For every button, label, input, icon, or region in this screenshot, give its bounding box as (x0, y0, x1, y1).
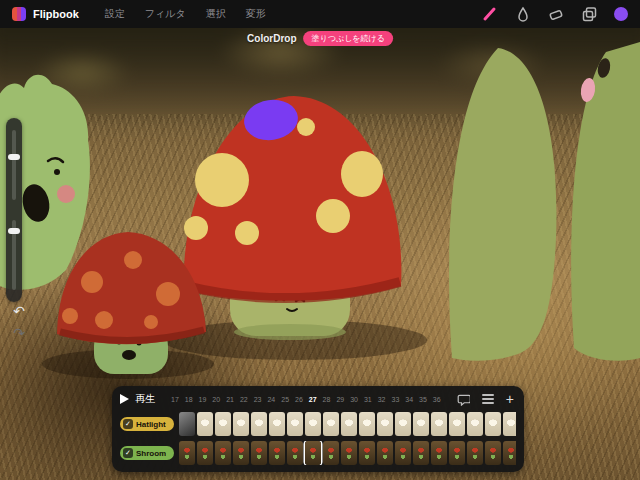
frame-number[interactable]: 34 (405, 396, 413, 403)
undo-button[interactable]: ↶ (8, 303, 30, 319)
frame-thumbnail[interactable] (413, 441, 429, 465)
app-logo[interactable] (12, 7, 26, 21)
top-toolbar: Flipbook 設定 フィルタ 選択 変形 (0, 0, 640, 28)
side-tools: ↶ ↷ (6, 118, 22, 302)
track-badge-hatlight[interactable]: ✓ Hatlight (120, 417, 174, 431)
comment-bubble-icon[interactable] (457, 393, 470, 406)
large-mushroom (184, 96, 402, 340)
frame-thumbnail[interactable] (215, 412, 231, 436)
colordrop-toast: ColorDrop 塗りつぶしを続ける (247, 31, 393, 46)
track-name: Shroom (136, 449, 166, 458)
layers-icon[interactable] (581, 6, 597, 22)
frame-thumbnail[interactable] (395, 441, 411, 465)
tool-icons (482, 6, 628, 22)
play-button[interactable]: 再生 (120, 392, 155, 406)
frame-thumbnail[interactable] (197, 412, 213, 436)
track-thumbnails-hatlight (179, 412, 516, 436)
frame-number[interactable]: 28 (323, 396, 331, 403)
track-name: Hatlight (136, 420, 166, 429)
frame-number[interactable]: 17 (171, 396, 179, 403)
frame-number[interactable]: 24 (267, 396, 275, 403)
frame-number[interactable]: 30 (350, 396, 358, 403)
frame-thumbnail[interactable] (287, 412, 303, 436)
menu-item-transform[interactable]: 変形 (246, 7, 266, 21)
add-frame-button[interactable]: + (506, 392, 514, 406)
frame-thumbnail[interactable] (269, 441, 285, 465)
smudge-icon[interactable] (515, 6, 531, 22)
frame-thumbnail[interactable] (215, 441, 231, 465)
frame-number[interactable]: 23 (254, 396, 262, 403)
track-row-hatlight: ✓ Hatlight (120, 411, 516, 437)
frame-thumbnail[interactable] (449, 412, 465, 436)
frame-number[interactable]: 29 (336, 396, 344, 403)
brush-size-slider[interactable] (6, 126, 22, 204)
frame-number[interactable]: 18 (185, 396, 193, 403)
timeline-icons: + (457, 392, 516, 406)
frame-thumbnail[interactable] (251, 412, 267, 436)
redo-button[interactable]: ↷ (8, 325, 30, 341)
slider-panel (6, 118, 22, 302)
track-checkbox[interactable]: ✓ (123, 419, 133, 429)
menu-item-filter[interactable]: フィルタ (145, 7, 186, 21)
frame-thumbnail[interactable] (503, 441, 516, 465)
play-icon (120, 394, 129, 404)
frame-number[interactable]: 32 (378, 396, 386, 403)
tracks-icon[interactable] (482, 394, 494, 404)
frame-thumbnail[interactable] (323, 412, 339, 436)
frame-thumbnail[interactable] (395, 412, 411, 436)
color-swatch[interactable] (614, 7, 628, 21)
frame-thumbnail[interactable] (377, 412, 393, 436)
frame-number[interactable]: 25 (281, 396, 289, 403)
right-figure (449, 42, 640, 361)
frame-number[interactable]: 19 (199, 396, 207, 403)
frame-thumbnail[interactable] (233, 441, 249, 465)
track-checkbox[interactable]: ✓ (123, 448, 133, 458)
frame-number[interactable]: 27 (309, 396, 317, 403)
frame-thumbnail[interactable] (467, 412, 483, 436)
eraser-icon[interactable] (548, 6, 564, 22)
frame-number[interactable]: 22 (240, 396, 248, 403)
frame-thumbnail[interactable] (305, 441, 321, 465)
track-badge-shroom[interactable]: ✓ Shroom (120, 446, 174, 460)
frame-thumbnail[interactable] (467, 441, 483, 465)
frame-number[interactable]: 36 (433, 396, 441, 403)
frame-thumbnail[interactable] (503, 412, 516, 436)
track-thumbnails-shroom (179, 441, 516, 465)
frame-number[interactable]: 26 (295, 396, 303, 403)
frame-thumbnail[interactable] (287, 441, 303, 465)
frame-numbers: 1718192021222324252627282930313233343536 (163, 396, 449, 403)
frame-number[interactable]: 33 (392, 396, 400, 403)
frame-thumbnail[interactable] (359, 412, 375, 436)
brush-size-handle[interactable] (8, 154, 20, 160)
opacity-handle[interactable] (8, 228, 20, 234)
timeline-panel: 再生 1718192021222324252627282930313233343… (112, 386, 524, 472)
frame-thumbnail[interactable] (233, 412, 249, 436)
frame-thumbnail[interactable] (269, 412, 285, 436)
frame-thumbnail[interactable] (341, 441, 357, 465)
menu-item-select[interactable]: 選択 (206, 7, 226, 21)
frame-thumbnail[interactable] (179, 441, 195, 465)
opacity-slider[interactable] (6, 216, 22, 294)
frame-thumbnail[interactable] (179, 412, 195, 436)
frame-thumbnail[interactable] (431, 412, 447, 436)
frame-thumbnail[interactable] (359, 441, 375, 465)
brush-icon[interactable] (482, 6, 498, 22)
frame-thumbnail[interactable] (485, 412, 501, 436)
frame-thumbnail[interactable] (377, 441, 393, 465)
frame-thumbnail[interactable] (323, 441, 339, 465)
frame-thumbnail[interactable] (251, 441, 267, 465)
frame-number[interactable]: 35 (419, 396, 427, 403)
frame-thumbnail[interactable] (449, 441, 465, 465)
frame-number[interactable]: 20 (212, 396, 220, 403)
frame-thumbnail[interactable] (413, 412, 429, 436)
menu-item-settings[interactable]: 設定 (105, 7, 125, 21)
play-label: 再生 (135, 392, 155, 406)
frame-thumbnail[interactable] (341, 412, 357, 436)
frame-number[interactable]: 21 (226, 396, 234, 403)
frame-number[interactable]: 31 (364, 396, 372, 403)
frame-thumbnail[interactable] (431, 441, 447, 465)
frame-thumbnail[interactable] (197, 441, 213, 465)
frame-thumbnail[interactable] (305, 412, 321, 436)
frame-thumbnail[interactable] (485, 441, 501, 465)
colordrop-continue-badge[interactable]: 塗りつぶしを続ける (304, 31, 393, 46)
